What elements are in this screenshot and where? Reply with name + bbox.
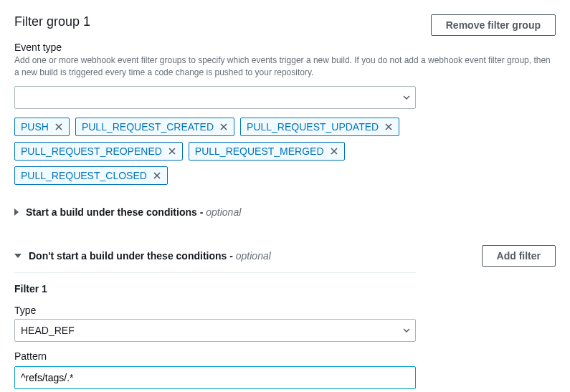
tag-label: PULL_REQUEST_CLOSED: [21, 170, 147, 181]
event-type-tag: PULL_REQUEST_MERGED: [189, 142, 345, 161]
pattern-input[interactable]: [14, 366, 416, 389]
close-icon[interactable]: [384, 123, 393, 131]
filter-heading: Filter 1: [14, 283, 556, 295]
dont-start-conditions-title: Don't start a build under these conditio…: [29, 250, 227, 262]
close-icon[interactable]: [168, 147, 176, 156]
event-type-tags: PUSHPULL_REQUEST_CREATEDPULL_REQUEST_UPD…: [14, 118, 556, 185]
pattern-label: Pattern: [14, 350, 556, 362]
event-type-tag: PULL_REQUEST_CREATED: [75, 118, 234, 136]
filter-group-title: Filter group 1: [14, 14, 90, 29]
optional-label: optional: [236, 250, 271, 262]
close-icon[interactable]: [153, 171, 161, 180]
triangle-down-icon: [14, 254, 22, 258]
remove-filter-group-button[interactable]: Remove filter group: [431, 14, 556, 36]
add-filter-button[interactable]: Add filter: [482, 245, 556, 267]
close-icon[interactable]: [330, 147, 338, 156]
triangle-right-icon: [14, 209, 19, 216]
filter-type-select[interactable]: HEAD_REF: [14, 319, 416, 342]
tag-label: PULL_REQUEST_MERGED: [195, 145, 324, 157]
start-conditions-title: Start a build under these conditions: [26, 206, 197, 218]
tag-label: PULL_REQUEST_UPDATED: [247, 121, 379, 133]
close-icon[interactable]: [54, 123, 63, 131]
optional-label: optional: [206, 206, 241, 218]
event-type-help: Add one or more webhook event filter gro…: [14, 54, 556, 79]
tag-label: PULL_REQUEST_REOPENED: [21, 145, 162, 157]
event-type-tag: PULL_REQUEST_UPDATED: [240, 118, 399, 136]
start-conditions-expander[interactable]: Start a build under these conditions - o…: [14, 205, 241, 219]
event-type-tag: PULL_REQUEST_CLOSED: [14, 166, 168, 185]
tag-label: PUSH: [21, 121, 49, 133]
event-type-select[interactable]: [14, 86, 416, 109]
event-type-tag: PUSH: [14, 118, 70, 136]
filter-type-label: Type: [14, 305, 556, 316]
close-icon[interactable]: [219, 123, 228, 131]
event-type-tag: PULL_REQUEST_REOPENED: [14, 142, 183, 161]
divider: [14, 272, 416, 273]
event-type-label: Event type: [14, 42, 556, 53]
dont-start-conditions-expander[interactable]: Don't start a build under these conditio…: [14, 249, 271, 263]
tag-label: PULL_REQUEST_CREATED: [82, 121, 214, 133]
filter-type-value: HEAD_REF: [21, 325, 75, 336]
